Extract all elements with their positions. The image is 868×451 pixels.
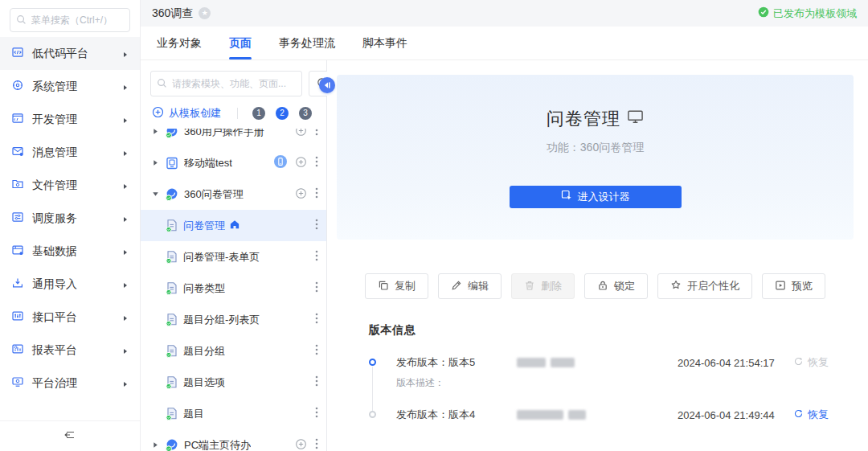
content: 从模板创建 1 2 3 360用户操作手册 xyxy=(141,60,868,451)
module-icon xyxy=(165,438,179,451)
sidebar-item-basedata[interactable]: 基础数据 xyxy=(0,235,140,268)
step-badge-1[interactable]: 1 xyxy=(252,107,265,120)
page-icon xyxy=(165,219,178,232)
step-badge-3[interactable]: 3 xyxy=(299,107,312,120)
add-page-icon[interactable] xyxy=(295,438,307,451)
caret-right-icon[interactable] xyxy=(150,129,160,135)
tree-node-page[interactable]: 题目分组-列表页 xyxy=(141,304,326,335)
tree-node-page[interactable]: 问卷类型 xyxy=(141,273,326,304)
plus-circle-icon xyxy=(152,106,164,121)
version-timeline: 发布版本：版本5 2024-06-04 21:54:17 恢复 xyxy=(369,355,854,422)
version-entry: 发布版本：版本5 2024-06-04 21:54:17 恢复 xyxy=(369,355,854,390)
personalize-label: 开启个性化 xyxy=(687,279,739,293)
lock-label: 锁定 xyxy=(614,279,635,293)
topbar: 360调查 ★ 已发布为模板领域 xyxy=(141,0,868,27)
sidebar-item-lowcode[interactable]: 低代码平台 xyxy=(0,37,140,70)
add-page-icon[interactable] xyxy=(295,187,307,202)
tree-node-module[interactable]: 360用户操作手册 xyxy=(141,129,326,147)
publish-status: 已发布为模板领域 xyxy=(758,6,857,21)
tree-node-page[interactable]: 题目选项 xyxy=(141,367,326,398)
sidebar-item-label: 文件管理 xyxy=(32,178,77,193)
version-author-redacted xyxy=(517,410,678,420)
kebab-menu-icon[interactable] xyxy=(315,375,318,389)
collapse-sidebar-icon[interactable] xyxy=(63,428,77,445)
add-page-icon[interactable] xyxy=(295,129,307,139)
redacted-text xyxy=(568,410,586,420)
version-date: 2024-06-04 21:54:17 xyxy=(678,357,782,369)
sidebar-item-api[interactable]: 接口平台 xyxy=(0,301,140,334)
tree-node-label: 题目分组 xyxy=(183,344,225,359)
divider xyxy=(237,108,238,119)
right-area: 360调查 ★ 已发布为模板领域 业务对象 页面 事务处理流 脚本事件 xyxy=(141,0,868,451)
sidebar-item-message[interactable]: 消息管理 xyxy=(0,136,140,169)
preview-button[interactable]: 预览 xyxy=(762,273,825,299)
mobile-module-icon xyxy=(165,156,179,170)
tree-node-page[interactable]: 题目分组 xyxy=(141,335,326,367)
caret-down-icon[interactable] xyxy=(150,191,160,198)
page-detail: 问卷管理 功能：360问卷管理 进入设计器 复制 xyxy=(327,60,868,451)
kebab-menu-icon[interactable] xyxy=(315,344,318,358)
domain-tab-title[interactable]: 360调查 xyxy=(152,6,193,21)
sidebar-item-dev[interactable]: 开发管理 xyxy=(0,103,140,136)
tab-label: 业务对象 xyxy=(157,36,202,51)
kebab-menu-icon[interactable] xyxy=(315,281,318,295)
sidebar-item-import[interactable]: 通用导入 xyxy=(0,268,140,301)
step-badge-2[interactable]: 2 xyxy=(276,107,289,120)
sidebar-item-label: 基础数据 xyxy=(32,244,77,259)
redacted-text xyxy=(551,358,575,367)
tab-transaction-flow[interactable]: 事务处理流 xyxy=(279,27,335,59)
tab-business-object[interactable]: 业务对象 xyxy=(157,27,202,59)
tree-node-module[interactable]: 360问卷管理 xyxy=(141,178,326,210)
kebab-menu-icon[interactable] xyxy=(315,219,318,232)
sidebar-item-file[interactable]: 文件管理 xyxy=(0,169,140,202)
delete-button[interactable]: 删除 xyxy=(511,273,575,299)
chevron-right-icon xyxy=(122,146,129,159)
restore-button-disabled[interactable]: 恢复 xyxy=(793,355,829,370)
message-icon xyxy=(11,145,24,160)
tree-node-page[interactable]: 题目 xyxy=(141,398,326,429)
kebab-menu-icon[interactable] xyxy=(315,129,318,138)
kebab-menu-icon[interactable] xyxy=(315,407,318,420)
caret-right-icon[interactable] xyxy=(150,441,160,449)
sidebar-item-governance[interactable]: 平台治理 xyxy=(0,367,140,400)
sidebar-item-label: 接口平台 xyxy=(32,310,77,325)
collapse-tree-toggle[interactable] xyxy=(319,77,335,93)
kebab-menu-icon[interactable] xyxy=(315,156,318,170)
page-icon xyxy=(165,281,178,295)
star-badge-icon[interactable]: ★ xyxy=(199,7,211,19)
chevron-right-icon xyxy=(122,344,129,357)
tree-node-module[interactable]: 移动端test xyxy=(141,147,326,178)
kebab-menu-icon[interactable] xyxy=(315,250,318,264)
tree-node-page-selected[interactable]: 问卷管理 xyxy=(141,210,326,241)
caret-right-icon[interactable] xyxy=(150,159,160,166)
tab-script-event[interactable]: 脚本事件 xyxy=(362,27,407,59)
import-icon xyxy=(11,277,24,292)
lock-button[interactable]: 锁定 xyxy=(584,273,648,299)
sidebar-item-schedule[interactable]: 调度服务 xyxy=(0,202,140,235)
copy-icon xyxy=(378,280,389,293)
kebab-menu-icon[interactable] xyxy=(315,438,318,451)
tab-page[interactable]: 页面 xyxy=(229,27,252,59)
restore-button[interactable]: 恢复 xyxy=(793,408,829,422)
tree-search-input[interactable] xyxy=(150,71,302,96)
personalize-button[interactable]: 开启个性化 xyxy=(657,273,752,299)
chevron-right-icon xyxy=(122,80,129,93)
kebab-menu-icon[interactable] xyxy=(315,313,318,326)
redacted-text xyxy=(517,410,563,420)
kebab-menu-icon[interactable] xyxy=(315,187,318,201)
enter-designer-button[interactable]: 进入设计器 xyxy=(510,186,682,208)
copy-button[interactable]: 复制 xyxy=(365,273,428,299)
edit-button[interactable]: 编辑 xyxy=(438,273,502,299)
folder-icon xyxy=(11,178,24,193)
tree-node-page[interactable]: 问卷管理-表单页 xyxy=(141,241,326,273)
menu-search-input[interactable] xyxy=(10,8,130,32)
chevron-right-icon xyxy=(122,311,129,324)
create-from-template-button[interactable]: 从模板创建 xyxy=(152,106,221,121)
search-icon xyxy=(16,14,27,28)
app-window: 低代码平台 系统管理 开发管理 消息管理 文件管理 xyxy=(0,0,868,451)
tree-node-module[interactable]: PC端主页待办 xyxy=(141,429,326,451)
sidebar-item-system[interactable]: 系统管理 xyxy=(0,70,140,103)
sidebar-item-report[interactable]: 报表平台 xyxy=(0,334,140,367)
tree-node-label: 问卷管理-表单页 xyxy=(183,250,260,264)
add-page-icon[interactable] xyxy=(295,156,307,170)
